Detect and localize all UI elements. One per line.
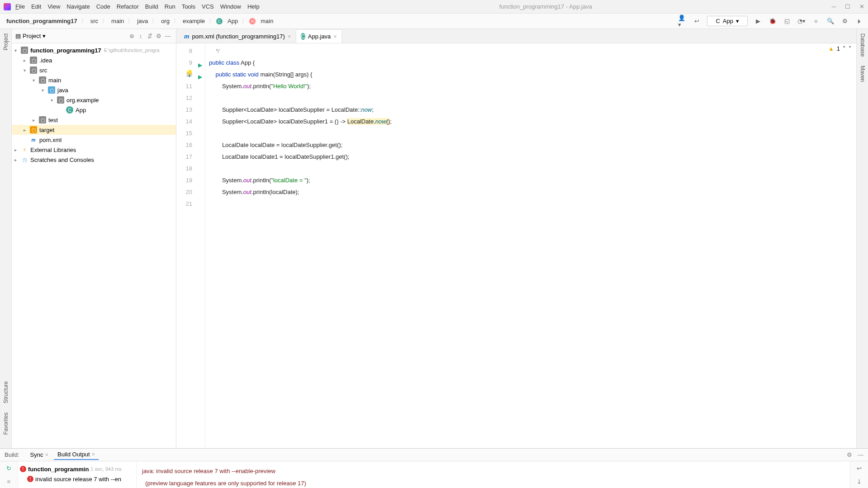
tree-src[interactable]: ▾▢src [12, 65, 176, 75]
build-tab-sync[interactable]: Sync× [27, 450, 52, 460]
stop-icon[interactable]: ■ [7, 478, 11, 485]
tree-test[interactable]: ▸▢test [12, 115, 176, 125]
menu-refactor[interactable]: Refactor [117, 3, 139, 10]
tree-root[interactable]: ▾▢function_programming17E:\github\functi… [12, 45, 176, 55]
crumb-example[interactable]: example [181, 17, 207, 25]
menu-window[interactable]: Window [220, 3, 241, 10]
play-last-icon[interactable]: ⏵ [855, 17, 863, 25]
minimize-icon[interactable]: ─ [832, 3, 836, 10]
maximize-icon[interactable]: ☐ [845, 3, 850, 10]
editor[interactable]: 8 9▶ 10▶ 11 12 13 14 15 16 17 18 19 20 2… [176, 43, 856, 448]
debug-icon[interactable]: 🐞 [768, 17, 777, 25]
tab-app[interactable]: C App.java × [296, 29, 342, 43]
tree-pom[interactable]: mpom.xml [12, 135, 176, 145]
run-config-selector[interactable]: C App ▾ [707, 16, 748, 26]
build-tree[interactable]: !function_programmin1 sec, 943 ms !inval… [18, 461, 137, 488]
tool-maven[interactable]: Maven [859, 66, 866, 82]
chevron-down-icon[interactable]: ▾ [43, 33, 46, 39]
user-icon[interactable]: 👤▾ [678, 17, 686, 25]
tree-target[interactable]: ▸▢target [12, 125, 176, 135]
menu-run[interactable]: Run [165, 3, 175, 10]
tree-package[interactable]: ▾▢org.example [12, 95, 176, 105]
tree-java[interactable]: ▾▢java [12, 85, 176, 95]
run-icon[interactable]: ▶ [754, 17, 762, 25]
hide-icon[interactable]: — [858, 451, 863, 458]
close-icon[interactable]: × [92, 451, 95, 458]
build-row-project[interactable]: !function_programmin1 sec, 943 ms [20, 464, 134, 474]
gear-icon[interactable]: ⚙ [847, 451, 852, 458]
collapse-icon[interactable]: ⇵ [145, 33, 154, 39]
expand-icon[interactable]: ↕ [136, 33, 145, 39]
inspector-widget[interactable]: ▲ 1 ˄ ˅ [828, 45, 852, 52]
class-icon: C [216, 18, 223, 24]
build-output[interactable]: java: invalid source release 7 with --en… [137, 461, 850, 488]
crumb-src[interactable]: src [89, 17, 100, 25]
build-panel: Build: Sync× Build Output× ⚙ — ↻ ■ 🔧 📌 👁… [0, 448, 868, 488]
rerun-icon[interactable]: ↻ [6, 465, 11, 472]
back-icon[interactable]: ↩ [693, 17, 701, 25]
crumb-method[interactable]: main [259, 17, 275, 25]
locate-icon[interactable]: ⊕ [127, 33, 136, 39]
menu-help[interactable]: Help [247, 3, 260, 10]
close-icon[interactable]: × [333, 33, 337, 40]
gutter[interactable]: 8 9▶ 10▶ 11 12 13 14 15 16 17 18 19 20 2… [176, 43, 205, 448]
tree-ext-lib[interactable]: ▸⫴External Libraries [12, 145, 176, 155]
right-tool-stripe: Database Maven [856, 29, 868, 448]
tab-app-label: App.java [308, 33, 331, 40]
menu-file[interactable]: FFileile [15, 3, 25, 10]
title-bar: FFileile Edit View Navigate Code Refacto… [0, 0, 868, 14]
project-title[interactable]: Project [23, 33, 41, 39]
tool-structure[interactable]: Structure [3, 381, 9, 403]
profile-icon[interactable]: ◔▾ [797, 17, 806, 25]
stop-icon[interactable]: ■ [812, 17, 820, 25]
settings-icon[interactable]: ⚙ [841, 17, 849, 25]
tool-favorites[interactable]: Favorites [3, 412, 9, 435]
project-tree[interactable]: ▾▢function_programming17E:\github\functi… [12, 43, 176, 448]
run-config-name: App [723, 18, 733, 24]
search-icon[interactable]: 🔍 [826, 17, 835, 25]
tree-main[interactable]: ▾▢main [12, 75, 176, 85]
maven-icon: m [184, 33, 190, 40]
build-label: Build: [5, 451, 19, 458]
class-icon: C [716, 18, 720, 24]
chevron-down-icon[interactable]: ˅ [849, 45, 852, 52]
chevron-up-icon[interactable]: ˄ [843, 45, 846, 52]
crumb-app[interactable]: App [226, 17, 240, 25]
editor-area: m pom.xml (function_programming17) × C A… [176, 29, 856, 448]
gear-icon[interactable]: ⚙ [154, 33, 163, 39]
tool-project[interactable]: Project [3, 33, 9, 50]
build-row-error[interactable]: !invalid source release 7 with --en [20, 474, 134, 484]
code-area[interactable]: */ public class App { public static void… [205, 43, 856, 448]
coverage-icon[interactable]: ◱ [783, 17, 791, 25]
build-tab-output[interactable]: Build Output× [54, 450, 99, 460]
menu-code[interactable]: Code [96, 3, 110, 10]
tree-app[interactable]: CApp [12, 105, 176, 115]
hide-icon[interactable]: — [163, 33, 172, 39]
intention-bulb-icon[interactable]: 💡 [185, 70, 193, 77]
close-icon[interactable]: × [45, 451, 48, 458]
crumb-org[interactable]: org [159, 17, 171, 25]
crumb-main[interactable]: main [109, 17, 126, 25]
main-area: Project Structure Favorites ▤ Project ▾ … [0, 29, 868, 448]
close-icon[interactable]: ✕ [859, 3, 864, 10]
close-icon[interactable]: × [288, 33, 291, 40]
menu-edit[interactable]: Edit [31, 3, 41, 10]
tree-scratch[interactable]: ▸◳Scratches and Consoles [12, 155, 176, 165]
navigation-bar: function_programming17〉 src〉 main〉 java〉… [0, 14, 868, 29]
menu-navigate[interactable]: Navigate [66, 3, 90, 10]
crumb-project[interactable]: function_programming17 [5, 17, 79, 25]
scroll-end-icon[interactable]: ⤓ [857, 478, 862, 485]
menu-build[interactable]: Build [145, 3, 158, 10]
build-toolbar-left: ↻ ■ 🔧 📌 👁 [0, 461, 18, 488]
menu-tools[interactable]: Tools [182, 3, 195, 10]
tab-pom[interactable]: m pom.xml (function_programming17) × [179, 29, 296, 43]
tree-idea[interactable]: ▸▢.idea [12, 55, 176, 65]
soft-wrap-icon[interactable]: ↩ [857, 465, 862, 472]
tab-pom-label: pom.xml (function_programming17) [192, 33, 285, 40]
crumb-java[interactable]: java [135, 17, 150, 25]
window-title: function_programming17 - App.java [260, 3, 832, 10]
menu-vcs[interactable]: VCS [202, 3, 214, 10]
intellij-logo-icon [4, 3, 11, 10]
menu-view[interactable]: View [47, 3, 60, 10]
tool-database[interactable]: Database [859, 33, 866, 57]
